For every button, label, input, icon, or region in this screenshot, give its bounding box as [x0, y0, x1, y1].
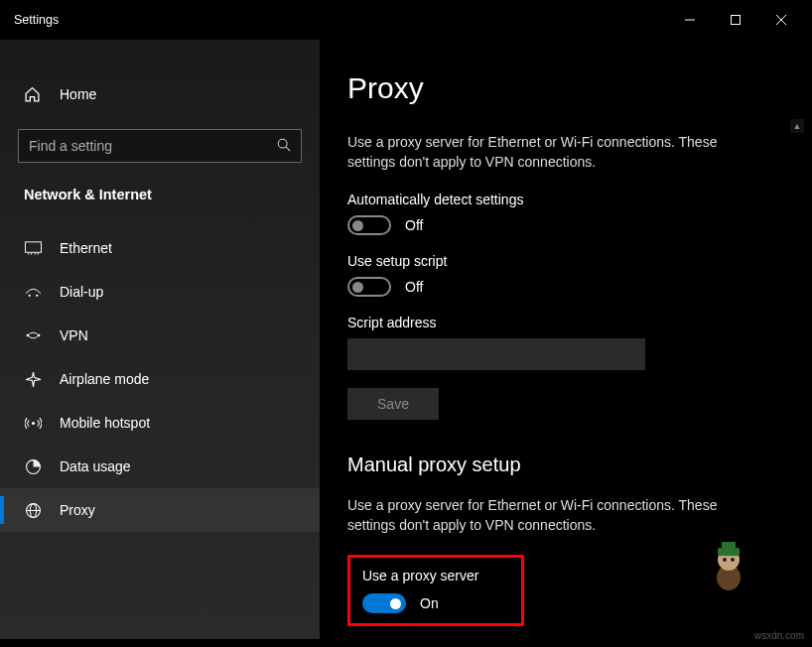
svg-line-5 [286, 147, 290, 151]
maximize-button[interactable] [713, 4, 758, 36]
home-label: Home [60, 86, 96, 102]
search-icon [277, 138, 291, 155]
use-proxy-state: On [420, 595, 439, 611]
close-button[interactable] [758, 4, 804, 36]
hotspot-icon [24, 415, 42, 432]
vpn-icon [24, 328, 42, 342]
sidebar-item-label: Ethernet [60, 240, 112, 256]
dialup-icon [24, 285, 42, 299]
svg-point-24 [723, 558, 727, 562]
svg-rect-6 [25, 242, 41, 252]
sidebar-item-label: VPN [60, 327, 88, 343]
ethernet-icon [24, 241, 42, 255]
minimize-button[interactable] [667, 4, 713, 36]
svg-point-11 [28, 295, 30, 297]
sidebar-item-proxy[interactable]: Proxy [0, 488, 320, 532]
setup-script-toggle[interactable] [347, 277, 391, 297]
use-proxy-label: Use a proxy server [362, 568, 509, 583]
sidebar-item-label: Data usage [60, 458, 131, 474]
highlight-annotation: Use a proxy server On [347, 555, 524, 626]
sidebar-item-label: Proxy [60, 502, 95, 518]
auto-detect-state: Off [405, 217, 423, 233]
save-button[interactable]: Save [347, 388, 439, 420]
mascot-icon [709, 542, 748, 591]
auto-proxy-description: Use a proxy server for Ethernet or Wi-Fi… [347, 133, 764, 172]
sidebar-item-vpn[interactable]: VPN [0, 314, 320, 357]
page-title: Proxy [347, 71, 776, 105]
sidebar-item-label: Dial-up [60, 284, 103, 300]
sidebar-item-label: Mobile hotspot [60, 415, 150, 431]
sidebar-item-hotspot[interactable]: Mobile hotspot [0, 401, 320, 445]
main-content: ▲ Proxy Use a proxy server for Ethernet … [320, 40, 804, 639]
svg-point-15 [31, 421, 34, 424]
sidebar-item-ethernet[interactable]: Ethernet [0, 226, 320, 270]
sidebar: Home Network & Internet Ethernet [0, 40, 320, 639]
scroll-up-arrow[interactable]: ▲ [790, 119, 804, 133]
watermark: wsxdn.com [754, 630, 804, 641]
manual-proxy-description: Use a proxy server for Ethernet or Wi-Fi… [347, 496, 764, 535]
sidebar-item-dialup[interactable]: Dial-up [0, 270, 320, 314]
script-address-label: Script address [347, 315, 776, 330]
category-header: Network & Internet [0, 163, 320, 212]
use-proxy-toggle[interactable] [362, 593, 406, 613]
script-address-input[interactable] [347, 338, 645, 370]
auto-detect-toggle[interactable] [347, 215, 391, 235]
search-box[interactable] [18, 129, 302, 163]
svg-point-4 [278, 139, 287, 148]
auto-detect-label: Automatically detect settings [347, 192, 776, 207]
home-icon [24, 86, 42, 103]
sidebar-item-label: Airplane mode [60, 371, 149, 387]
setup-script-state: Off [405, 279, 423, 295]
sidebar-item-airplane[interactable]: Airplane mode [0, 357, 320, 401]
svg-point-25 [731, 558, 735, 562]
titlebar: Settings [0, 0, 804, 40]
search-input[interactable] [29, 138, 265, 154]
svg-rect-1 [732, 16, 741, 25]
window-title: Settings [14, 13, 59, 27]
datausage-icon [24, 458, 42, 475]
proxy-icon [24, 502, 42, 519]
svg-point-12 [36, 295, 38, 297]
sidebar-item-datausage[interactable]: Data usage [0, 445, 320, 488]
setup-script-label: Use setup script [347, 253, 776, 269]
svg-rect-23 [722, 542, 736, 550]
home-nav[interactable]: Home [0, 73, 320, 115]
manual-section-title: Manual proxy setup [347, 453, 776, 476]
airplane-icon [24, 371, 42, 388]
